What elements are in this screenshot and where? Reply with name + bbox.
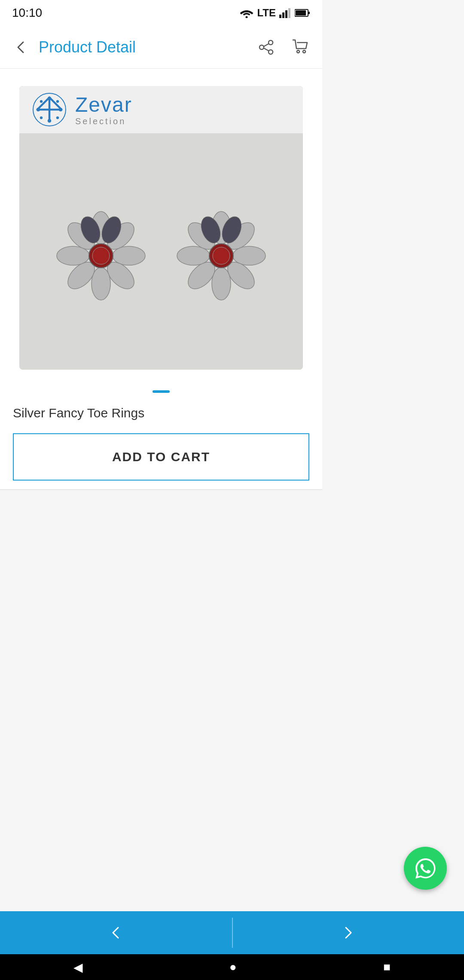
product-image-container: Zevar Selection bbox=[0, 69, 322, 383]
svg-rect-1 bbox=[279, 15, 281, 18]
svg-point-39 bbox=[92, 247, 110, 264]
svg-line-11 bbox=[264, 44, 269, 46]
add-to-cart-section: ADD TO CART bbox=[0, 433, 322, 489]
content-area bbox=[0, 490, 322, 662]
svg-line-12 bbox=[264, 48, 269, 51]
page-title: Product Detail bbox=[34, 38, 253, 56]
svg-point-25 bbox=[56, 116, 59, 119]
rings-display bbox=[19, 133, 303, 370]
svg-point-0 bbox=[246, 16, 248, 18]
svg-rect-3 bbox=[285, 10, 287, 18]
cart-button[interactable] bbox=[288, 34, 314, 60]
svg-rect-2 bbox=[282, 12, 284, 18]
lte-label: LTE bbox=[257, 7, 276, 19]
svg-point-24 bbox=[40, 100, 43, 103]
svg-point-14 bbox=[303, 50, 305, 53]
svg-point-27 bbox=[40, 116, 43, 119]
brand-name: Zevar bbox=[75, 93, 132, 116]
app-bar: Product Detail bbox=[0, 26, 322, 69]
svg-point-51 bbox=[213, 247, 230, 264]
indicator-dot-active bbox=[153, 390, 170, 393]
share-icon bbox=[258, 39, 275, 55]
ring-2 bbox=[174, 200, 269, 303]
app-bar-actions bbox=[253, 34, 314, 60]
svg-point-8 bbox=[269, 40, 273, 45]
svg-point-22 bbox=[37, 108, 40, 111]
svg-point-26 bbox=[56, 100, 59, 103]
svg-rect-6 bbox=[308, 12, 310, 14]
product-name-section: Silver Fancy Toe Rings bbox=[0, 397, 322, 433]
status-icons: LTE bbox=[240, 7, 310, 19]
product-name: Silver Fancy Toe Rings bbox=[13, 406, 144, 420]
product-image: Zevar Selection bbox=[19, 86, 303, 370]
zevar-logo bbox=[32, 92, 67, 127]
svg-rect-7 bbox=[296, 10, 306, 15]
svg-point-10 bbox=[269, 50, 273, 54]
wifi-icon bbox=[240, 8, 253, 18]
back-button[interactable] bbox=[9, 34, 34, 60]
zevar-banner: Zevar Selection bbox=[19, 86, 303, 133]
add-to-cart-button[interactable]: ADD TO CART bbox=[13, 433, 309, 481]
svg-rect-4 bbox=[288, 8, 290, 18]
image-indicator bbox=[0, 383, 322, 397]
signal-icon bbox=[279, 8, 291, 18]
svg-point-20 bbox=[48, 97, 51, 100]
brand-sub: Selection bbox=[75, 116, 132, 126]
status-time: 10:10 bbox=[12, 6, 42, 20]
svg-point-13 bbox=[297, 50, 299, 53]
battery-icon bbox=[295, 9, 310, 17]
share-button[interactable] bbox=[253, 34, 279, 60]
svg-rect-17 bbox=[37, 109, 62, 110]
cart-icon bbox=[292, 39, 309, 55]
status-bar: 10:10 LTE bbox=[0, 0, 322, 26]
svg-point-9 bbox=[259, 45, 264, 49]
ring-1 bbox=[54, 200, 148, 303]
svg-point-21 bbox=[48, 119, 51, 122]
svg-point-23 bbox=[59, 108, 62, 111]
